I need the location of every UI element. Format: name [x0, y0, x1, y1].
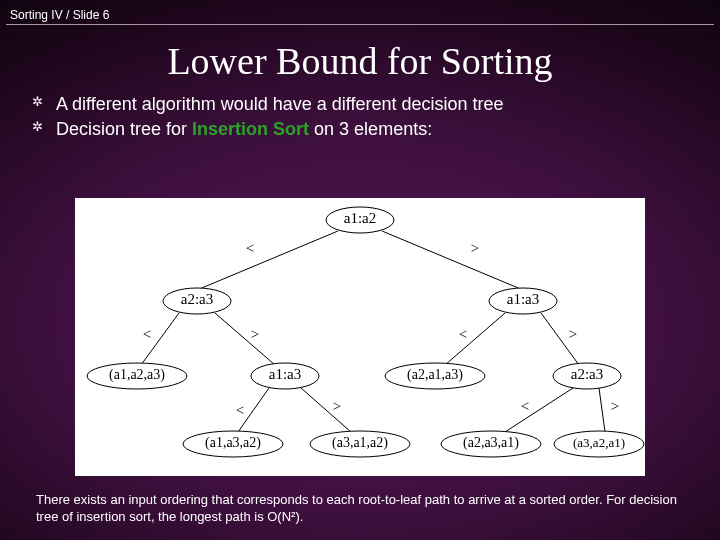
divider [6, 24, 714, 25]
bullet-item: A different algorithm would have a diffe… [56, 93, 720, 116]
tree-svg: < > < > < > < > < > a1:a2 a2:a3 a1:a3 (a… [75, 198, 645, 476]
node-label: a2:a3 [571, 366, 603, 382]
edge-label: > [471, 240, 479, 256]
node-label: (a3,a1,a2) [332, 435, 388, 451]
node-label: (a2,a1,a3) [407, 367, 463, 383]
edge-label: < [521, 398, 529, 414]
node-label: a1:a2 [344, 210, 376, 226]
edge-label: < [236, 402, 244, 418]
page-title: Lower Bound for Sorting [0, 39, 720, 83]
node-label: a1:a3 [507, 291, 539, 307]
node-label: a1:a3 [269, 366, 301, 382]
edge-label: > [611, 398, 619, 414]
highlight-text: Insertion Sort [192, 119, 309, 139]
svg-line-3 [215, 313, 275, 365]
edge-label: < [459, 326, 467, 342]
decision-tree-diagram: < > < > < > < > < > a1:a2 a2:a3 a1:a3 (a… [75, 198, 645, 476]
edge-label: < [246, 240, 254, 256]
footer-note: There exists an input ordering that corr… [36, 491, 692, 526]
svg-line-4 [445, 313, 505, 365]
node-label: (a1,a2,a3) [109, 367, 165, 383]
edge-label: > [333, 398, 341, 414]
bullet-item: Decision tree for Insertion Sort on 3 el… [56, 118, 720, 141]
svg-line-7 [301, 388, 351, 432]
bullet-list: A different algorithm would have a diffe… [56, 93, 720, 142]
edge-label: < [143, 326, 151, 342]
bullet-text: Decision tree for [56, 119, 192, 139]
edge-label: > [251, 326, 259, 342]
svg-line-9 [599, 388, 605, 432]
node-label: (a2,a3,a1) [463, 435, 519, 451]
node-label: (a1,a3,a2) [205, 435, 261, 451]
breadcrumb: Sorting IV / Slide 6 [0, 0, 720, 24]
bullet-text: on 3 elements: [309, 119, 432, 139]
node-label: (a3,a2,a1) [573, 435, 625, 450]
node-label: a2:a3 [181, 291, 213, 307]
svg-line-0 [197, 231, 338, 290]
svg-line-8 [505, 388, 573, 432]
svg-line-1 [382, 231, 523, 290]
edge-label: > [569, 326, 577, 342]
